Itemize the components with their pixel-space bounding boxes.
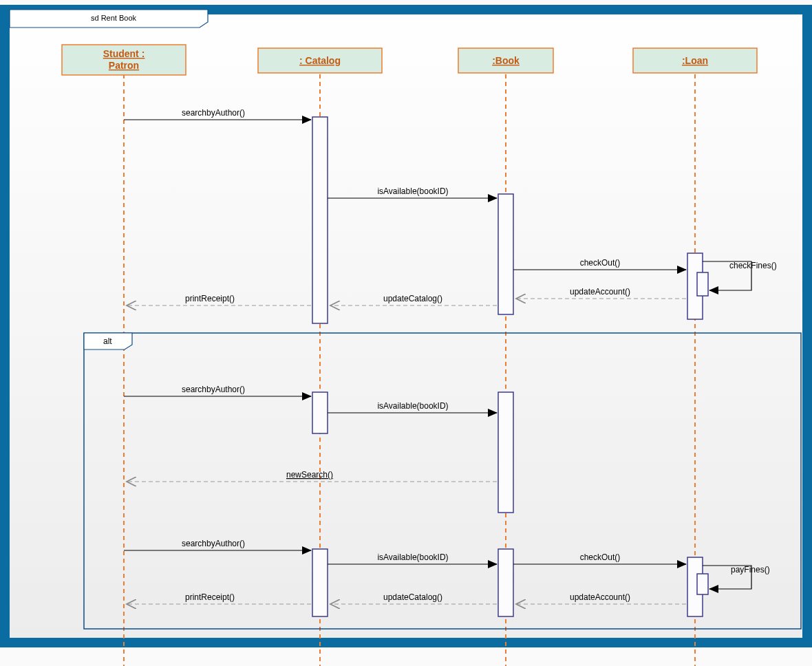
lifebox-patron-label1: Student : <box>103 48 145 59</box>
sequence-diagram: sd Rent Book Student : Patron : Catalog … <box>0 0 812 666</box>
msg-isavailable-1-label: isAvailable(bookID) <box>377 186 448 196</box>
msg-newsearch-label: newSearch() <box>286 470 333 480</box>
lifebox-loan-label: :Loan <box>682 55 708 66</box>
alt-label-text: alt <box>103 336 112 346</box>
msg-searchbyauthor-1-label: searchbyAuthor() <box>182 108 245 118</box>
activation-loan-self-2 <box>697 574 708 594</box>
activation-book-2 <box>498 392 513 513</box>
activation-catalog-1 <box>312 117 328 323</box>
diagram-frame <box>5 10 807 643</box>
lifebox-catalog-label: : Catalog <box>299 55 341 66</box>
msg-checkout-2-label: checkOut() <box>580 552 621 562</box>
msg-checkfines-label: checkFines() <box>729 261 777 270</box>
activation-book-1 <box>498 194 513 314</box>
activation-book-3 <box>498 549 513 616</box>
msg-searchbyauthor-2-label: searchbyAuthor() <box>182 385 245 394</box>
sd-title-text: sd Rent Book <box>91 14 137 22</box>
msg-updateaccount-2-label: updateAccount() <box>570 592 630 602</box>
activation-catalog-3 <box>312 549 328 616</box>
msg-updatecatalog-2-label: updateCatalog() <box>383 592 442 602</box>
sd-title-tab: sd Rent Book <box>10 10 208 28</box>
msg-checkout-1-label: checkOut() <box>580 258 621 268</box>
msg-printreceipt-2-label: printReceipt() <box>185 592 235 602</box>
activation-catalog-2 <box>312 392 328 433</box>
msg-updatecatalog-1-label: updateCatalog() <box>383 294 442 303</box>
msg-isavailable-2-label: isAvailable(bookID) <box>377 401 448 411</box>
lifebox-book-label: :Book <box>492 55 520 66</box>
activation-loan-self-1 <box>697 272 708 296</box>
msg-searchbyauthor-3-label: searchbyAuthor() <box>182 539 245 548</box>
msg-isavailable-3-label: isAvailable(bookID) <box>377 552 448 562</box>
msg-updateaccount-1-label: updateAccount() <box>570 287 630 297</box>
msg-payfines-label: payFines() <box>731 565 770 574</box>
lifebox-patron-label2: Patron <box>109 60 139 71</box>
msg-printreceipt-1-label: printReceipt() <box>185 294 235 303</box>
